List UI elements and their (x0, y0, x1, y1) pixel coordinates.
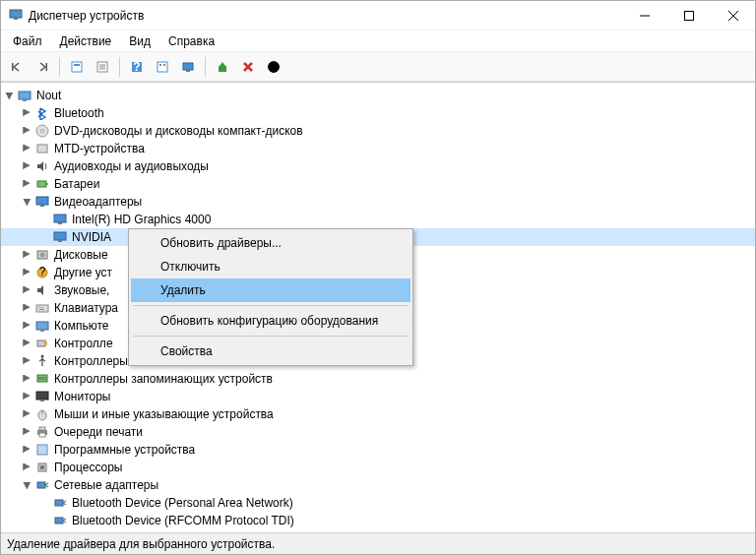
node-label: Bluetooth Device (RFCOMM Protocol TDI) (72, 514, 294, 527)
tree-category[interactable]: Очереди печати (1, 423, 755, 441)
tree-category[interactable]: Процессоры (1, 459, 755, 476)
context-update-drivers[interactable]: Обновить драйверы... (131, 231, 410, 255)
cpu-icon (34, 460, 50, 475)
drive-icon (34, 247, 50, 263)
twisty-icon[interactable] (21, 408, 32, 420)
twisty-icon[interactable] (21, 426, 32, 438)
twisty-icon[interactable] (21, 462, 32, 473)
display-button[interactable] (176, 55, 200, 79)
tree-category[interactable]: Программные устройства (1, 441, 755, 459)
context-scan[interactable]: Обновить конфигурацию оборудования (131, 309, 410, 333)
twisty-icon[interactable] (21, 284, 32, 296)
twisty-icon[interactable] (21, 444, 32, 456)
node-label: Процессоры (54, 461, 123, 474)
svg-rect-53 (37, 145, 47, 153)
tree-category[interactable]: DVD-дисководы и дисководы компакт-дисков (1, 122, 755, 140)
node-label: Программные устройства (54, 443, 195, 457)
menu-action[interactable]: Действие (52, 32, 120, 50)
svg-rect-79 (40, 400, 44, 401)
twisty-icon[interactable] (21, 125, 32, 137)
svg-rect-76 (37, 375, 47, 378)
twisty-icon[interactable] (21, 107, 32, 119)
twisty-icon[interactable] (21, 249, 32, 261)
twisty-icon[interactable] (21, 196, 32, 208)
tree-category[interactable]: Bluetooth (1, 104, 755, 122)
svg-rect-88 (37, 482, 45, 488)
forward-button[interactable] (31, 55, 54, 79)
disable-button[interactable] (262, 55, 285, 79)
bt-icon (34, 105, 50, 121)
menu-help[interactable]: Справка (160, 32, 222, 50)
twisty-icon[interactable] (21, 160, 32, 172)
twisty-icon[interactable] (21, 355, 32, 367)
tree-category[interactable]: Контроллеры запоминающих устройств (1, 370, 755, 388)
svg-text:?: ? (133, 60, 140, 74)
svg-text:?: ? (39, 266, 46, 278)
node-label: Другие уст (54, 266, 112, 279)
twisty-icon[interactable] (21, 479, 32, 491)
menu-view[interactable]: Вид (121, 32, 158, 50)
svg-rect-90 (55, 518, 63, 524)
printer-icon (34, 424, 50, 440)
node-label: Компьюте (54, 319, 108, 333)
svg-rect-59 (58, 222, 62, 224)
context-properties[interactable]: Свойства (131, 339, 410, 363)
minimize-button[interactable] (622, 1, 666, 30)
tree-category[interactable]: Мониторы (1, 388, 755, 405)
usb-icon (34, 353, 50, 369)
twisty-icon[interactable] (21, 320, 32, 332)
context-separator (133, 305, 409, 306)
tree-device[interactable]: Bluetooth Device (Personal Area Network) (1, 494, 755, 512)
context-menu: Обновить драйверы... Отключить Удалить О… (128, 228, 413, 366)
soft-icon (34, 442, 50, 458)
tree-category[interactable]: Сетевые адаптеры (1, 476, 755, 494)
tree-category[interactable]: Аудиовходы и аудиовыходы (1, 157, 755, 175)
close-button[interactable] (711, 1, 755, 30)
twisty-icon[interactable] (21, 143, 32, 154)
twisty-icon[interactable] (21, 338, 32, 349)
tree-device[interactable]: Intel(R) HD Graphics 4000 (1, 211, 755, 228)
properties-button[interactable] (91, 55, 114, 79)
node-label: Клавиатура (54, 301, 118, 315)
twisty-icon[interactable] (3, 90, 15, 101)
twisty-icon[interactable] (21, 373, 32, 385)
svg-rect-68 (40, 307, 41, 308)
tree-device[interactable]: Hyper-V Virtual Ethernet Adapter (1, 529, 755, 532)
context-delete[interactable]: Удалить (131, 278, 410, 302)
twisty-icon[interactable] (21, 302, 32, 314)
twisty-icon[interactable] (21, 267, 32, 278)
scan-button[interactable] (151, 55, 174, 79)
ctrl-icon (34, 336, 50, 351)
uninstall-button[interactable] (236, 55, 260, 79)
show-hidden-button[interactable] (65, 55, 89, 79)
tree-category[interactable]: Видеоадаптеры (1, 193, 755, 211)
svg-rect-72 (40, 330, 44, 332)
svg-rect-54 (37, 181, 46, 187)
node-label: Дисковые (54, 248, 108, 262)
display-icon (34, 194, 50, 210)
svg-rect-66 (36, 305, 48, 312)
svg-rect-16 (158, 62, 167, 72)
svg-rect-8 (72, 62, 82, 72)
node-label: DVD-дисководы и дисководы компакт-дисков (54, 124, 303, 138)
tree-root[interactable]: Nout (1, 87, 755, 104)
net-icon (52, 530, 68, 532)
menu-file[interactable]: Файл (5, 32, 50, 50)
twisty-icon[interactable] (21, 391, 32, 402)
twisty-icon[interactable] (21, 178, 32, 190)
tree-category[interactable]: Батареи (1, 175, 755, 193)
update-driver-button[interactable] (211, 55, 234, 79)
maximize-button[interactable] (666, 1, 711, 30)
mouse-icon (34, 406, 50, 422)
node-label: Мониторы (54, 390, 110, 403)
tree-category[interactable]: MTD-устройства (1, 140, 755, 157)
help-button[interactable]: ? (125, 55, 149, 79)
tree-category[interactable]: Мыши и иные указывающие устройства (1, 405, 755, 423)
svg-rect-7 (46, 63, 48, 71)
back-button[interactable] (5, 55, 29, 79)
tree-device[interactable]: Bluetooth Device (RFCOMM Protocol TDI) (1, 512, 755, 529)
context-disable[interactable]: Отключить (131, 255, 410, 278)
node-label: Сетевые адаптеры (54, 478, 158, 492)
svg-point-63 (40, 253, 45, 258)
svg-point-52 (41, 130, 44, 133)
